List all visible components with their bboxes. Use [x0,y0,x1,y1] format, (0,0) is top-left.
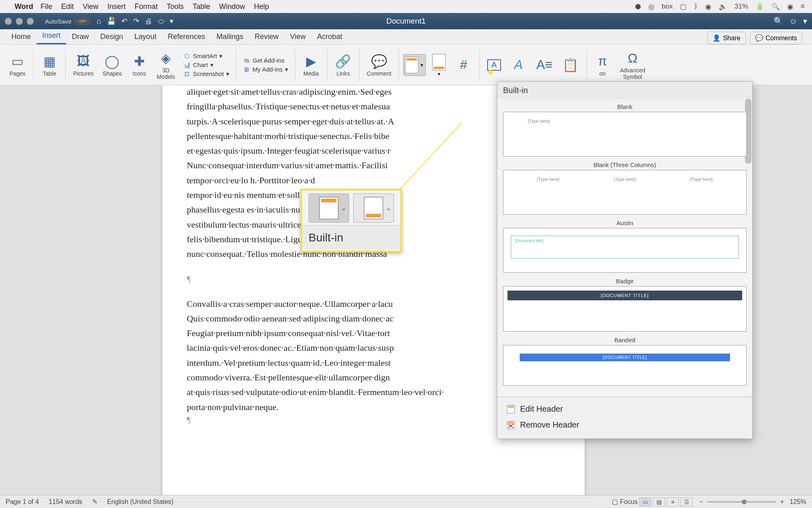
home-icon[interactable]: ⌂ [97,17,101,26]
gallery-item-blank-three-columns[interactable]: Blank (Three Columns) [Type here] [Type … [503,160,747,215]
tab-acrobat[interactable]: Acrobat [311,29,348,44]
tab-mailings[interactable]: Mailings [211,29,249,44]
tab-insert[interactable]: Insert [37,28,66,44]
ribbon-display-icon[interactable]: ▾ [803,16,807,26]
zoom-out-button[interactable]: − [699,498,703,506]
window-minimize-button[interactable] [16,18,23,25]
menu-file[interactable]: File [41,2,52,11]
autosave-toggle[interactable]: AutoSave OFF [45,17,91,25]
document-title: Document1 [386,17,425,26]
chart-button[interactable]: 📊Chart ▾ [183,61,229,69]
menu-view[interactable]: View [83,2,99,11]
edit-header-action[interactable]: Edit Header [497,401,752,417]
3d-models-button[interactable]: ◈3D Models [153,45,178,85]
app-name[interactable]: Word [15,2,33,11]
tab-references[interactable]: References [162,29,211,44]
pages-button[interactable]: ▭Pages [6,45,29,85]
zoom-percent[interactable]: 125% [790,498,806,506]
svg-rect-3 [434,67,444,69]
equation-button[interactable]: πon [591,45,614,85]
spotlight-icon[interactable]: 🔍 [771,2,780,11]
search-icon[interactable]: 🔍 [773,16,784,26]
get-addins-button[interactable]: 🛍Get Add-ins [243,57,288,64]
drop-cap-button[interactable]: A≡ [533,45,556,85]
window-zoom-button[interactable] [27,18,34,25]
siri-icon[interactable]: ◉ [787,2,793,11]
screenshot-button[interactable]: ⊡Screenshot ▾ [183,70,229,78]
window-close-button[interactable] [5,18,12,25]
gallery-item-banded[interactable]: Banded [DOCUMENT TITLE] [503,335,747,386]
volume-icon[interactable]: 🔈 [719,2,727,11]
date-time-button[interactable]: 📋 [559,45,582,85]
table-button[interactable]: ▦Table [38,45,61,85]
comment-button[interactable]: 💬Comment [363,45,395,85]
battery-percent[interactable]: 31% [734,2,748,11]
customize-qat-icon[interactable]: ▾ [170,17,173,26]
spellcheck-icon[interactable]: ✎ [92,498,97,506]
draft-view-button[interactable]: ☰ [680,497,693,506]
zoom-knob[interactable] [742,499,747,504]
footer-gallery-button-zoom[interactable]: ⌄ [353,193,394,223]
save-icon[interactable]: 💾 [107,17,116,26]
autosave-switch[interactable]: OFF [75,17,91,25]
gallery-item-blank[interactable]: Blank [Type here] [503,102,747,156]
share-button[interactable]: 👤Share [707,32,746,44]
gallery-item-badge[interactable]: Badge [DOCUMENT TITLE] [503,276,747,332]
tab-layout[interactable]: Layout [129,29,162,44]
wifi-icon[interactable]: ◉ [705,2,711,11]
table-icon: ▦ [41,53,58,70]
store-icon: 🛍 [243,57,250,64]
footer-button[interactable]: ▾ [428,45,449,85]
menu-table[interactable]: Table [193,2,210,11]
page-number-button[interactable]: # [452,45,475,85]
menu-help[interactable]: Help [254,2,269,11]
bluetooth-icon[interactable]: ᛒ [694,2,698,11]
svg-rect-7 [366,214,381,217]
pictures-button[interactable]: 🖼Pictures [70,45,97,85]
tab-design[interactable]: Design [95,29,129,44]
word-count[interactable]: 1154 words [49,498,82,506]
menu-window[interactable]: Window [219,2,245,11]
zoom-in-button[interactable]: + [780,498,784,506]
battery-icon[interactable]: 🔋 [756,2,764,11]
focus-mode-button[interactable]: ▢ Focus [612,498,637,506]
my-addins-button[interactable]: ⊞My Add-ins ▾ [243,66,288,73]
icons-button[interactable]: ✚Icons [127,45,151,85]
shapes-button[interactable]: ◯Shapes [99,45,125,85]
page-indicator[interactable]: Page 1 of 4 [6,498,39,506]
ellipse-icon[interactable]: ⬭ [158,17,164,26]
remove-header-action[interactable]: Remove Header [497,417,752,433]
dropbox-icon[interactable]: ⬢ [635,2,641,11]
tab-home[interactable]: Home [6,29,37,44]
tab-view[interactable]: View [284,29,311,44]
web-layout-view-button[interactable]: ▤ [653,497,665,506]
account-icon[interactable]: ☺ [789,17,797,26]
box-icon[interactable]: box [662,2,673,11]
tab-review[interactable]: Review [249,29,284,44]
wordart-button[interactable]: A [507,45,530,85]
media-button[interactable]: ▶Media [299,45,323,85]
undo-icon[interactable]: ↶ [121,17,127,26]
links-button[interactable]: 🔗Links [331,45,355,85]
notification-center-icon[interactable]: ≡ [801,2,805,11]
menu-insert[interactable]: Insert [107,2,125,11]
outline-view-button[interactable]: ≡ [667,497,679,506]
header-gallery-button-zoom[interactable]: ⌄ [309,193,349,223]
symbol-button[interactable]: ΩAdvanced Symbol [617,45,648,85]
smartart-button[interactable]: ⬡SmartArt ▾ [183,52,229,60]
redo-icon[interactable]: ↷ [133,17,139,26]
print-icon[interactable]: 🖨 [145,17,152,26]
menu-format[interactable]: Format [134,2,158,11]
text-box-button[interactable]: A [484,45,504,85]
zoom-slider[interactable] [707,501,776,503]
print-layout-view-button[interactable]: ▭ [639,497,651,506]
tab-draw[interactable]: Draw [66,29,95,44]
header-button[interactable]: ▾ [403,54,426,76]
airplay-icon[interactable]: ▢ [680,2,687,11]
menu-edit[interactable]: Edit [61,2,74,11]
gallery-item-austin[interactable]: Austin [Document title] [503,218,747,273]
comments-button[interactable]: 💬Comments [750,32,802,44]
menu-tools[interactable]: Tools [166,2,184,11]
language-indicator[interactable]: English (United States) [107,498,174,506]
creative-cloud-icon[interactable]: ◎ [648,2,654,11]
